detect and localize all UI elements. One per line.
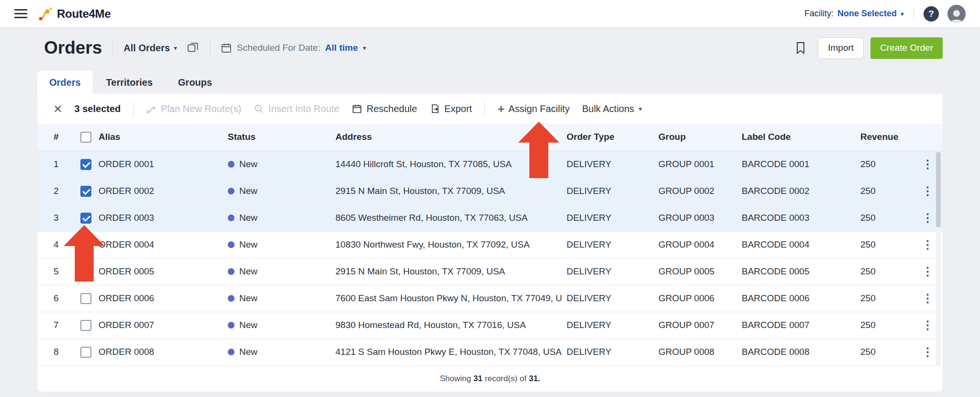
label-code-cell: BARCODE 0001 [738,151,857,178]
order-type-cell: DELIVERY [563,339,655,365]
brand-logo[interactable]: Route4Me [38,6,111,22]
group-cell: GROUP 0001 [655,151,738,178]
bulk-actions-dropdown[interactable]: Bulk Actions ▾ [582,103,642,114]
address-cell: 4121 S Sam Houston Pkwy E, Houston, TX 7… [332,339,563,365]
plan-new-routes-button[interactable]: Plan New Route(s) [146,103,241,114]
status-cell: New [224,339,332,365]
create-order-button[interactable]: Create Order [870,37,943,59]
clear-selection-icon[interactable]: × [54,102,62,116]
row-checkbox[interactable] [80,320,91,331]
header-divider [112,40,113,56]
status-cell: New [224,151,332,178]
row-number: 4 [37,231,77,258]
row-menu-icon[interactable]: ⋮ [922,292,934,305]
group-cell: GROUP 0006 [655,285,738,312]
selected-count: 3 selected [75,103,121,114]
menu-icon[interactable] [14,9,27,18]
order-type-cell: DELIVERY [563,178,655,204]
import-button[interactable]: Import [818,37,864,59]
calendar-icon [352,103,362,114]
alias-cell: ORDER 0005 [95,258,224,285]
group-cell: GROUP 0004 [655,231,738,258]
row-menu-icon[interactable]: ⋮ [922,265,934,278]
status-cell: New [224,312,332,339]
tab-groups[interactable]: Groups [166,71,224,94]
table-row[interactable]: 1ORDER 0001New14440 Hillcroft St, Housto… [37,151,943,178]
row-checkbox[interactable] [80,239,91,250]
top-bar: Route4Me Facility: None Selected ▾ ? [0,0,980,28]
row-number: 5 [37,258,77,285]
revenue-cell: 250 [857,312,913,339]
order-type-cell: DELIVERY [563,231,655,258]
col-group: Group [655,124,738,151]
chevron-down-icon: ▾ [638,105,642,112]
scrollbar-thumb[interactable] [936,152,941,227]
table-row[interactable]: 3ORDER 0003New8605 Westheimer Rd, Housto… [37,204,943,231]
status-cell: New [224,258,332,285]
orders-card: × 3 selected Plan New Route(s) Insert In… [37,94,943,392]
table-row[interactable]: 2ORDER 0002New2915 N Main St, Houston, T… [37,178,943,204]
help-icon[interactable]: ? [924,6,939,22]
bookmark-icon[interactable] [795,42,806,54]
table-row[interactable]: 4ORDER 0004New10830 Northwest Fwy, Houst… [37,231,943,258]
select-all-checkbox[interactable] [80,132,91,143]
tab-territories[interactable]: Territories [94,71,165,94]
table-row[interactable]: 6ORDER 0006New7600 East Sam Houston Pkwy… [37,285,943,312]
group-cell: GROUP 0003 [655,204,738,231]
assign-facility-button[interactable]: + Assign Facility [497,102,569,115]
orders-filter-dropdown[interactable]: All Orders ▾ [123,43,177,54]
alias-cell: ORDER 0001 [95,151,224,178]
alias-cell: ORDER 0007 [95,312,224,339]
selection-toolbar: × 3 selected Plan New Route(s) Insert In… [37,94,943,124]
table-row[interactable]: 8ORDER 0008New4121 S Sam Houston Pkwy E,… [37,339,943,365]
chevron-down-icon: ▾ [901,11,904,17]
row-checkbox[interactable] [80,266,91,277]
order-type-cell: DELIVERY [563,204,655,231]
order-type-cell: DELIVERY [563,285,655,312]
revenue-cell: 250 [857,204,913,231]
columns-settings-icon[interactable] [187,42,199,54]
row-menu-icon[interactable]: ⋮ [922,211,934,224]
label-code-cell: BARCODE 0004 [738,231,857,258]
address-cell: 8605 Westheimer Rd, Houston, TX 77063, U… [332,204,563,231]
label-code-cell: BARCODE 0007 [738,312,857,339]
row-menu-icon[interactable]: ⋮ [922,238,934,251]
alias-cell: ORDER 0006 [95,285,224,312]
toolbar-divider [133,102,134,115]
chevron-down-icon: ▾ [174,45,177,51]
row-checkbox[interactable] [80,347,91,358]
status-cell: New [224,178,332,204]
insert-into-route-button[interactable]: Insert Into Route [254,103,339,114]
row-menu-icon[interactable]: ⋮ [922,345,934,358]
label-code-cell: BARCODE 0008 [738,339,857,365]
label-code-cell: BARCODE 0006 [738,285,857,312]
group-cell: GROUP 0008 [655,339,738,365]
person-icon [948,9,965,23]
revenue-cell: 250 [857,285,913,312]
label-code-cell: BARCODE 0003 [738,204,857,231]
row-number: 1 [37,151,77,178]
order-type-cell: DELIVERY [563,312,655,339]
row-checkbox[interactable] [80,213,91,224]
tab-orders[interactable]: Orders [37,71,93,94]
row-checkbox[interactable] [80,186,91,197]
row-menu-icon[interactable]: ⋮ [922,318,934,331]
col-number: # [37,124,77,151]
facility-selector[interactable]: Facility: None Selected ▾ [804,9,904,19]
reschedule-button[interactable]: Reschedule [352,103,417,114]
row-checkbox[interactable] [80,293,91,304]
page-title: Orders [44,38,102,58]
row-checkbox[interactable] [80,159,91,170]
row-menu-icon[interactable]: ⋮ [922,158,934,170]
header-divider [210,40,210,56]
export-button[interactable]: Export [430,103,472,114]
status-dot [228,295,234,302]
avatar[interactable] [947,5,966,23]
insert-route-icon [254,103,264,114]
scheduled-date-filter[interactable]: Scheduled For Date: All time ▾ [221,42,366,54]
status-cell: New [224,231,332,258]
table-row[interactable]: 5ORDER 0005New2915 N Main St, Houston, T… [37,258,943,285]
alias-cell: ORDER 0008 [95,339,224,365]
table-row[interactable]: 7ORDER 0007New9830 Homestead Rd, Houston… [37,312,943,339]
row-menu-icon[interactable]: ⋮ [922,184,934,197]
